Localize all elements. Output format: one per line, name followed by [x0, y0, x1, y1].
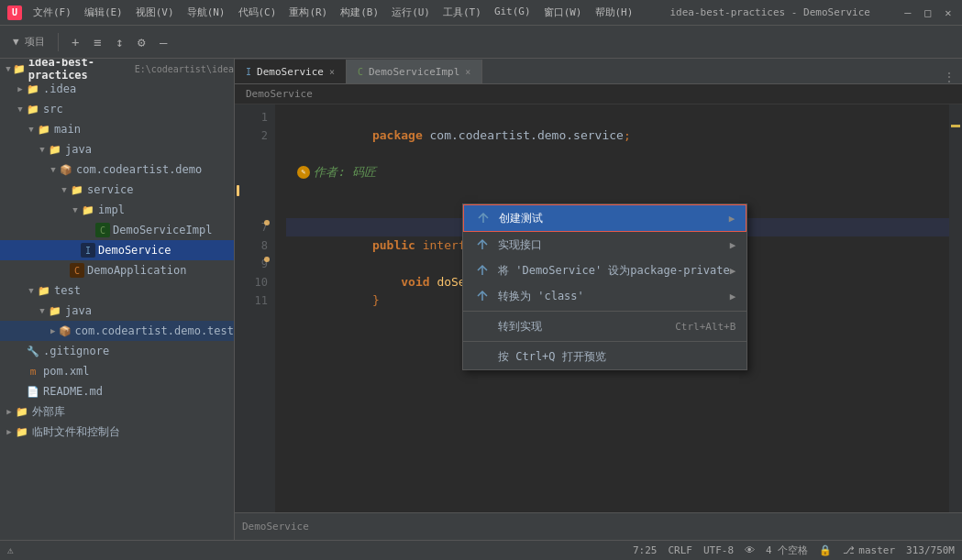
status-branch[interactable]: ⎇ master — [843, 544, 895, 556]
status-right: 7:25 CRLF UTF-8 👁 4 个空格 🔒 ⎇ master 313/7… — [633, 544, 955, 557]
code-line-4: ✎ 作者: 码匠 — [286, 163, 949, 181]
context-menu-item-implement[interactable]: 实现接口 ▶ — [463, 232, 746, 258]
add-file-icon[interactable]: + — [66, 33, 84, 51]
sidebar-item-readme[interactable]: 📄 README.md — [0, 381, 234, 401]
pom-label: pom.xml — [43, 365, 90, 378]
folder-icon-idea: 📁 — [26, 82, 40, 96]
sidebar-item-package-demo[interactable]: ▼ 📦 com.codeartist.demo — [0, 159, 234, 180]
status-left: ⚠ — [7, 544, 14, 556]
sidebar-item-test[interactable]: ▼ 📁 test — [0, 280, 234, 301]
status-line-ending[interactable]: CRLF — [668, 544, 692, 556]
tab-icon-impl: C — [358, 67, 363, 77]
expand-arrow-test-java: ▼ — [37, 305, 48, 316]
minimize-button[interactable]: — — [901, 6, 914, 19]
menu-file[interactable]: 文件(F) — [28, 4, 77, 21]
expand-arrow-test-pkg: ▶ — [48, 325, 58, 336]
tab-demo-service-impl[interactable]: C DemoServiceImpl × — [347, 60, 482, 83]
folder-icon-ext: 📁 — [15, 404, 29, 419]
menu-build[interactable]: 构建(B) — [335, 4, 384, 21]
status-indent[interactable]: 4 个空格 — [766, 544, 808, 557]
sidebar-item-src[interactable]: ▼ 📁 src — [0, 99, 234, 119]
expand-arrow-impl: ▼ — [70, 204, 81, 215]
expand-arrow-ext: ▶ — [4, 406, 15, 417]
close-button[interactable]: ✕ — [942, 6, 955, 19]
no-arrow-readme — [15, 386, 26, 397]
menu-git[interactable]: Git(G) — [489, 4, 536, 21]
context-menu-item-goto-impl[interactable]: 转到实现 Ctrl+Alt+B — [463, 313, 746, 339]
sidebar-item-idea[interactable]: ▶ 📁 .idea — [0, 79, 234, 99]
menu-view[interactable]: 视图(V) — [130, 4, 180, 21]
context-menu-item-package-private[interactable]: 将 'DemoService' 设为package-private ▶ — [463, 258, 746, 283]
window-title: idea-best-practices - DemoService — [669, 6, 870, 18]
tab-close-service[interactable]: × — [329, 67, 335, 77]
status-bar: ⚠ 7:25 CRLF UTF-8 👁 4 个空格 🔒 ⎇ master 313… — [0, 540, 962, 560]
demo-service-label: DemoService — [98, 244, 171, 257]
readme-label: README.md — [43, 385, 103, 398]
status-lock-icon: 🔒 — [819, 544, 832, 556]
structure-icon[interactable]: ≡ — [88, 33, 106, 51]
code-line-1: package com.codeartist.demo.service; — [286, 108, 949, 126]
status-eye-icon[interactable]: 👁 — [745, 544, 755, 556]
tab-close-impl[interactable]: × — [465, 67, 470, 77]
project-folder-icon: 📁 — [13, 61, 26, 76]
breadcrumb-bar: DemoService — [235, 84, 962, 104]
sidebar-item-service[interactable]: ▼ 📁 service — [0, 180, 234, 200]
sidebar-item-java[interactable]: ▼ 📁 java — [0, 139, 234, 159]
menu-code[interactable]: 代码(C) — [233, 4, 282, 21]
sidebar-item-demo-service[interactable]: I DemoService — [0, 240, 234, 260]
menu-help[interactable]: 帮助(H) — [590, 4, 639, 21]
title-bar: U 文件(F) 编辑(E) 视图(V) 导航(N) 代码(C) 重构(R) 构建… — [0, 0, 962, 26]
tab-demo-service[interactable]: I DemoService × — [235, 60, 347, 83]
editor-content[interactable]: 1 2 7 8 9 — [235, 104, 962, 512]
sidebar-item-demo-application[interactable]: C DemoApplication — [0, 260, 234, 280]
status-memory[interactable]: 313/750M — [906, 544, 955, 556]
collapse-icon[interactable]: — — [154, 33, 172, 51]
sidebar-item-main[interactable]: ▼ 📁 main — [0, 119, 234, 139]
package-icon-test: 📦 — [58, 324, 72, 338]
demo-service-impl-label: DemoServiceImpl — [113, 224, 212, 236]
menu-edit[interactable]: 编辑(E) — [79, 4, 128, 21]
menu-tools[interactable]: 工具(T) — [437, 4, 487, 21]
java-interface-icon: I — [81, 243, 95, 258]
test-folder-label: test — [54, 284, 81, 297]
sidebar-item-scratch[interactable]: ▶ 📁 临时文件和控制台 — [0, 422, 234, 442]
sidebar-item-gitignore[interactable]: 🔧 .gitignore — [0, 341, 234, 361]
sort-icon[interactable]: ↕ — [110, 33, 128, 51]
sidebar-item-demo-service-impl[interactable]: C DemoServiceImpl — [0, 220, 234, 240]
content-area: ▼ 📁 idea-best-practices E:\codeartist\id… — [0, 59, 962, 540]
more-tabs-icon[interactable]: ⋮ — [944, 71, 955, 83]
sidebar-item-impl[interactable]: ▼ 📁 impl — [0, 200, 234, 220]
service-folder-label: service — [87, 183, 134, 196]
sidebar-item-external-lib[interactable]: ▶ 📁 外部库 — [0, 401, 234, 422]
external-lib-label: 外部库 — [32, 404, 65, 420]
sidebar-item-package-test[interactable]: ▶ 📦 com.codeartist.demo.test — [0, 321, 234, 341]
context-class-label: 转换为 'class' — [498, 289, 730, 304]
no-arrow-git — [15, 346, 26, 357]
no-arrow-service — [70, 245, 81, 256]
menu-window[interactable]: 窗口(W) — [538, 4, 588, 21]
menu-run[interactable]: 运行(U) — [386, 4, 436, 21]
context-pkg-label: 将 'DemoService' 设为package-private — [498, 263, 730, 279]
bottom-tab-service[interactable]: DemoService — [242, 521, 309, 533]
settings-icon[interactable]: ⚙ — [132, 33, 150, 51]
context-menu-item-to-class[interactable]: 转换为 'class' ▶ — [463, 283, 746, 309]
status-position[interactable]: 7:25 — [633, 544, 658, 556]
context-create-test-icon — [475, 210, 492, 226]
menu-navigate[interactable]: 导航(N) — [182, 4, 231, 21]
status-warnings-icon[interactable]: ⚠ — [7, 544, 14, 556]
maximize-button[interactable]: □ — [922, 6, 934, 19]
line-numbers: 1 2 7 8 9 — [235, 104, 275, 512]
status-encoding[interactable]: UTF-8 — [703, 544, 734, 556]
menu-refactor[interactable]: 重构(R) — [283, 4, 333, 21]
breadcrumb-service: DemoService — [246, 88, 313, 100]
sidebar-item-pom[interactable]: m pom.xml — [0, 361, 234, 381]
window-controls: — □ ✕ — [901, 6, 955, 19]
context-menu-item-create-test[interactable]: 创建测试 ▶ — [463, 204, 746, 232]
project-sidebar: ▼ 📁 idea-best-practices E:\codeartist\id… — [0, 59, 235, 540]
sidebar-item-project-root[interactable]: ▼ 📁 idea-best-practices E:\codeartist\id… — [0, 59, 234, 79]
folder-icon-java: 📁 — [48, 142, 62, 157]
folder-icon-test-java: 📁 — [48, 303, 62, 318]
sidebar-item-test-java[interactable]: ▼ 📁 java — [0, 301, 234, 321]
project-dropdown[interactable]: ▼ 项目 — [7, 33, 50, 50]
context-menu-item-preview[interactable]: 按 Ctrl+Q 打开预览 — [463, 344, 746, 369]
